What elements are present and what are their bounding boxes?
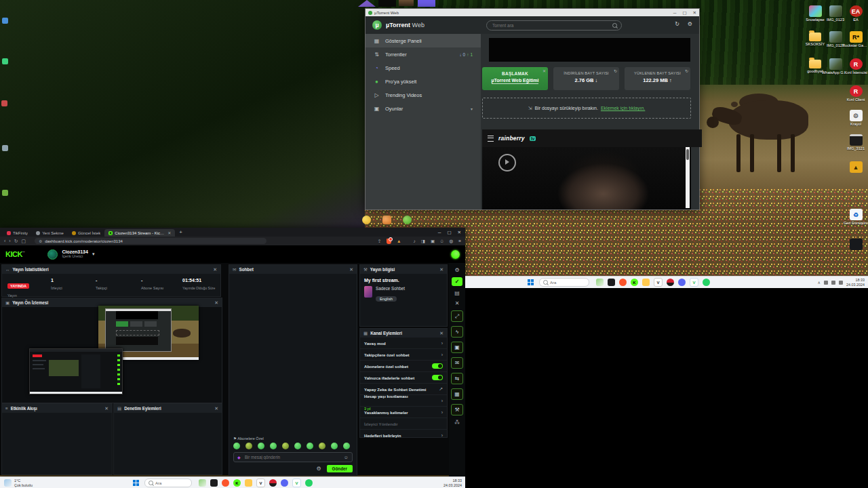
close-icon[interactable]: ✕ [349, 267, 353, 272]
sidebar-item-trending-videos[interactable]: ▷ Trending Videos [366, 88, 481, 102]
sidebar-icon[interactable]: ◨ [421, 239, 425, 244]
menu-icon[interactable]: ≡ [458, 239, 461, 243]
language-tag[interactable]: English [376, 296, 397, 302]
emote-icon[interactable] [307, 443, 313, 449]
desktop-icon-kizil-client[interactable]: R Kızıl Client [842, 85, 868, 102]
reset-icon[interactable]: ↻ [614, 68, 617, 73]
action-emotes-only-chat[interactable]: Yalnızca ifadelerle sohbet [360, 372, 447, 384]
file-dropzone[interactable]: ⇲ Bir dosyayı sürükleyip bırakın. Ekleme… [482, 98, 691, 119]
confirm-button[interactable]: ✓ [452, 277, 462, 286]
sidebar-item-games[interactable]: ▣ Oyunlar ▾ [366, 102, 481, 115]
desktop-icon[interactable] [2, 145, 8, 151]
tray-chevron-icon[interactable]: ∧ [818, 280, 821, 285]
desktop-icon-emoji[interactable] [382, 216, 391, 224]
desktop-icon[interactable] [2, 58, 8, 64]
weather-widget[interactable]: 1°C Çok bulutlu [4, 479, 33, 488]
screen-tool-button[interactable]: ▦ [451, 388, 463, 400]
brave-icon[interactable] [619, 279, 627, 286]
close-icon[interactable]: ✕ [214, 406, 218, 411]
chat-message-input[interactable] [243, 454, 341, 460]
reset-icon[interactable]: ↻ [685, 68, 688, 73]
notepad-icon[interactable] [210, 479, 218, 487]
maximize-button[interactable]: ▢ [682, 10, 686, 16]
panel-header[interactable]: ⚒ Yayın bilgisi ✕ [360, 265, 447, 274]
desktop-icon-recycle-bin[interactable]: ♻ Geri Dönüşüm [842, 209, 868, 225]
whatsapp-icon[interactable] [703, 279, 710, 286]
taskbar-search[interactable]: Ara [144, 479, 192, 487]
action-set-goals[interactable]: Hedefleri belirleyin › [360, 430, 447, 441]
start-button[interactable] [133, 480, 139, 486]
close-icon[interactable]: ✕ [439, 267, 443, 272]
action-followers-only[interactable]: Takipçilere özel sohbet › [360, 349, 447, 361]
share-icon[interactable]: ⇪ [378, 239, 381, 244]
toggle-on[interactable] [432, 375, 443, 380]
settings-gear-icon[interactable]: ⚙ [454, 267, 459, 273]
tab-kick-dashboard[interactable]: K Ciozen3134 Stream - Kick Dash... ✕ [104, 229, 175, 237]
desktop-icon-kizil-istemcisi[interactable]: R Kızıl İstemcisi [842, 58, 868, 75]
desktop-icon-emoji[interactable] [403, 216, 412, 224]
torrent-search-box[interactable] [486, 20, 622, 30]
close-icon[interactable]: ✕ [214, 300, 218, 306]
battery-icon[interactable] [839, 281, 843, 285]
tab-guncel-istek[interactable]: Güncel İstek [68, 229, 104, 237]
weather-icon[interactable] [596, 279, 604, 286]
close-button[interactable]: ✕ [458, 230, 461, 235]
file-explorer-icon[interactable] [245, 479, 252, 487]
sidebar-item-dashboard[interactable]: ▦ Gösterge Paneli [366, 34, 481, 47]
forward-icon[interactable]: › [9, 239, 10, 243]
desktop-icon-ea[interactable]: EA EA [842, 5, 868, 22]
add-file-link[interactable]: Eklemek için tıklayın. [601, 106, 645, 110]
game-launcher-icon[interactable] [269, 479, 277, 487]
chat-settings-gear-icon[interactable]: ⚙ [316, 466, 321, 472]
emote-icon[interactable] [233, 443, 240, 449]
tutorial-card[interactable]: ✕ BAŞLAMAK µTorrent Web Eğitimi [482, 67, 548, 90]
taskbar-clock[interactable]: 18:33 24.03.2024 [443, 479, 462, 488]
tab-close-icon[interactable]: ✕ [167, 230, 171, 235]
volume-icon[interactable] [831, 281, 835, 285]
sidebar-item-torrents[interactable]: ⇅ Torrentler ↓ 0 ↑ 1 [366, 47, 481, 61]
close-icon[interactable]: ✕ [542, 68, 546, 73]
desktop-icon-krayol[interactable]: ⚙ Krayol [842, 110, 868, 126]
toggle-on[interactable] [432, 363, 443, 369]
discord-icon[interactable] [281, 479, 288, 487]
panel-header[interactable]: ▤ Denetim Eylemleri ✕ [114, 404, 222, 413]
brave-shield-icon[interactable] [387, 239, 391, 244]
extensions-icon[interactable]: ▣ [431, 239, 435, 244]
emote-icon[interactable] [270, 443, 277, 449]
layout-icon[interactable]: ▤ [454, 290, 460, 296]
notepad-icon[interactable] [608, 279, 615, 286]
emote-icon[interactable] [245, 443, 252, 449]
emote-icon[interactable] [331, 443, 338, 449]
channel-selector[interactable]: Ciozen3134 İçerik Üretici [62, 249, 88, 258]
desktop-icon[interactable] [2, 18, 8, 24]
desktop-icon-emoji[interactable] [362, 216, 371, 224]
action-subs-only-chat[interactable]: Abonelere özel sohbet [360, 361, 447, 372]
favorites-icon[interactable]: ✩ [440, 239, 443, 244]
green-v-icon[interactable]: V [292, 479, 301, 487]
panel-header[interactable]: ↔ Yayın İstatistikleri ✕ [2, 265, 220, 274]
site-info-icon[interactable]: ⚙ [39, 239, 42, 243]
close-icon[interactable]: ✕ [439, 331, 443, 336]
v-app-icon[interactable]: V [256, 479, 265, 487]
close-button[interactable]: ✕ [693, 10, 696, 16]
emote-icon[interactable] [294, 443, 301, 449]
game-launcher-icon[interactable] [667, 279, 674, 286]
rainberry-video[interactable] [482, 147, 691, 209]
help-refresh-icon[interactable]: ↻ [675, 21, 679, 27]
play-button-icon[interactable] [498, 154, 516, 171]
action-slow-mode[interactable]: Yavaş mod › [360, 338, 447, 349]
action-account-age-limit[interactable]: Hesap yaşı kısıtlaması 3 yıl › [360, 395, 447, 407]
utorrent-titlebar[interactable]: µTorrent Web ─ ▢ ✕ [366, 9, 699, 16]
taskbar-search[interactable]: Ara [539, 278, 589, 287]
discord-icon[interactable] [678, 279, 686, 286]
weather-icon[interactable] [199, 479, 206, 487]
panel-header[interactable]: ✉ Sohbet ✕ [229, 265, 357, 274]
minimize-button[interactable]: ─ [673, 10, 677, 15]
media-icon[interactable]: ♪ [414, 239, 416, 243]
desktop-icon-img3121[interactable]: IMG_3121 [842, 134, 868, 150]
chat-input-box[interactable]: ◆ ☺ [233, 452, 353, 462]
settings-gear-icon[interactable]: ⚙ [688, 21, 692, 27]
clip-tool-button[interactable]: ϟ [451, 326, 463, 338]
sidebar-item-speed[interactable]: ◔ Speed [366, 61, 481, 75]
kick-icon[interactable]: K [631, 279, 638, 286]
